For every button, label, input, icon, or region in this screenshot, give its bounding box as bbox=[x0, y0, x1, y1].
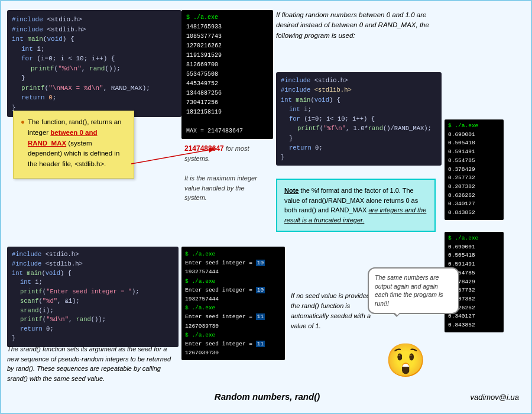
code-line: int i; bbox=[12, 278, 174, 287]
code-line: #include <stdio.h> bbox=[12, 15, 177, 25]
top-left-code-block: #include <stdio.h> #include <stdlib.h> i… bbox=[7, 10, 181, 117]
code-line: int i; bbox=[281, 105, 437, 114]
terminal-line: $ ./a.exe bbox=[185, 277, 281, 286]
code-line: } bbox=[281, 153, 437, 162]
code-line: printf("%d\n", rand()); bbox=[12, 315, 174, 325]
terminal-line: 1267039730 bbox=[185, 322, 281, 331]
code-line: printf("%d\n", rand()); bbox=[12, 64, 177, 74]
code-line: int i; bbox=[12, 44, 177, 54]
code-line: #include <stdlib.h> bbox=[12, 260, 174, 269]
terminal-line bbox=[186, 117, 268, 127]
code-line: int main(void) { bbox=[12, 34, 177, 44]
code-line: #include <stdlib.h> bbox=[12, 25, 177, 35]
terminal-line: $ ./a.exe bbox=[448, 122, 500, 131]
note-card-rand: ● The function, rand(), returns an integ… bbox=[13, 111, 134, 179]
code-line: printf("Enter seed integer = "); bbox=[12, 287, 174, 297]
terminal-line: 1481765933 bbox=[186, 22, 268, 32]
right-code-block: #include <stdio.h> #include <stdlib.h> i… bbox=[276, 72, 442, 166]
terminal-right-output-1: $ ./a.exe 0.690001 0.505418 0.591491 0.5… bbox=[445, 119, 504, 220]
terminal-line: 1270216262 bbox=[186, 41, 268, 51]
code-line: for (i=0; i < 10; i++) { bbox=[12, 54, 177, 64]
right-intro-text: If floating random numbers between 0 and… bbox=[276, 10, 447, 41]
terminal-top-output: $ ./a.exe 1481765933 1085377743 12702162… bbox=[181, 10, 273, 139]
page-title: Random numbers, rand() bbox=[149, 392, 385, 402]
code-line: scanf("%d", &i); bbox=[12, 297, 174, 306]
code-line: int main(void) { bbox=[12, 269, 174, 279]
max-description: It is the maximum integer value handled … bbox=[184, 174, 257, 201]
code-line: printf("%f\n", 1.0*rand()/RAND_MAX); bbox=[281, 124, 437, 133]
bottom-left-code-block: #include <stdio.h> #include <stdlib.h> i… bbox=[7, 247, 179, 347]
code-line: for (i=0; i< 10; i++) { bbox=[281, 114, 437, 124]
terminal-line: 553475508 bbox=[186, 70, 268, 79]
terminal-line: 1344887256 bbox=[186, 89, 268, 98]
cyan-note-text: the %f format and the factor of 1.0. The… bbox=[284, 187, 426, 224]
code-line: #include <stdio.h> bbox=[12, 250, 174, 260]
terminal-line: 730417256 bbox=[186, 98, 268, 108]
max-number: 2147483647 bbox=[184, 144, 224, 153]
terminal-line: 1085377743 bbox=[186, 32, 268, 41]
code-line: return 0; bbox=[12, 93, 177, 103]
bottom-left-description: The srand() function sets its argument a… bbox=[7, 344, 173, 383]
terminal-line: MAX = 2147483647 bbox=[186, 127, 268, 136]
terminal-line: $ ./a.exe bbox=[185, 331, 281, 339]
terminal-line: Enter seed integer = 10 bbox=[185, 286, 281, 295]
terminal-line: Enter seed integer = 11 bbox=[185, 312, 281, 321]
cyan-note-card: Note the %f format and the factor of 1.0… bbox=[276, 179, 436, 232]
terminal-line: $ ./a.exe bbox=[185, 250, 281, 258]
note-bullet: ● The function, rand(), returns an integ… bbox=[21, 117, 126, 170]
terminal-line: 1812158119 bbox=[186, 108, 268, 117]
terminal-line: 812669700 bbox=[186, 60, 268, 70]
code-line: srand(i); bbox=[12, 306, 174, 316]
terminal-line: Enter seed integer = 10 bbox=[185, 258, 281, 267]
terminal-line: $ ./a.exe bbox=[186, 13, 268, 22]
speech-bubble: The same numbers are output again and ag… bbox=[368, 267, 459, 314]
code-line: #include <stdlib.h> bbox=[281, 85, 437, 95]
code-line: printf("\nMAX = %d\n", RAND_MAX); bbox=[12, 83, 177, 93]
terminal-line: Enter seed integer = 11 bbox=[185, 339, 281, 348]
max-value-text: 2147483647 for most systems. It is the m… bbox=[184, 143, 267, 203]
code-line: } bbox=[12, 334, 174, 344]
terminal-line: $ ./a.exe bbox=[185, 303, 281, 312]
code-line: } bbox=[12, 73, 177, 83]
terminal-line: 445349752 bbox=[186, 79, 268, 89]
terminal-line: 1191391529 bbox=[186, 51, 268, 60]
code-line: return 0; bbox=[12, 325, 174, 334]
note-label: Note bbox=[284, 187, 299, 194]
terminal-line: 1932757444 bbox=[185, 267, 281, 276]
code-line: return 0; bbox=[281, 143, 437, 153]
footer-credit: vadimov@i.ua bbox=[470, 393, 519, 402]
emoji-surprised: 😲 bbox=[385, 344, 433, 392]
code-line: #include <stdio.h> bbox=[281, 76, 437, 85]
terminal-line: 1267039730 bbox=[185, 348, 281, 357]
terminal-line: $ ./a.exe bbox=[448, 234, 500, 243]
code-line: } bbox=[281, 134, 437, 143]
code-line: int main(void) { bbox=[281, 95, 437, 105]
terminal-bottom-output: $ ./a.exe Enter seed integer = 10 193275… bbox=[181, 247, 285, 360]
terminal-line: 1932757444 bbox=[185, 295, 281, 303]
